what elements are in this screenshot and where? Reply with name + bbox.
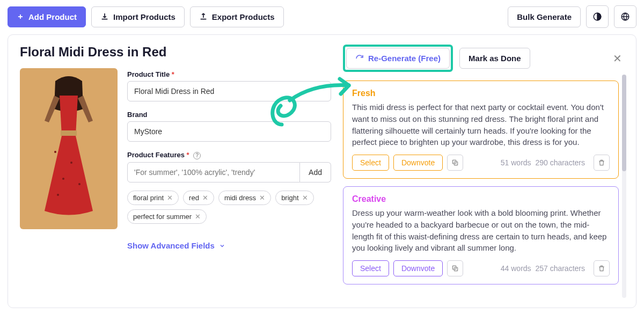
- dress-illustration-icon: [34, 71, 104, 227]
- plus-icon: [17, 13, 24, 20]
- bulk-label: Bulk Generate: [517, 12, 572, 21]
- suggestion-card: Fresh This midi dress is perfect for tha…: [343, 81, 619, 179]
- add-product-button[interactable]: Add Product: [8, 6, 86, 27]
- regenerate-highlight: Re-Generate (Free): [343, 45, 453, 72]
- downvote-button[interactable]: Downvote: [393, 155, 443, 171]
- tag-remove-icon[interactable]: ✕: [202, 194, 208, 202]
- import-products-button[interactable]: Import Products: [91, 6, 185, 27]
- contrast-icon: [592, 12, 602, 21]
- help-icon[interactable]: ?: [193, 152, 201, 159]
- word-count: 51 words 290 characters: [501, 158, 585, 167]
- chevron-down-icon: [219, 243, 225, 249]
- scrollbar[interactable]: [622, 75, 626, 298]
- features-input[interactable]: [127, 162, 300, 182]
- show-advanced-link[interactable]: Show Advanced Fields: [127, 241, 331, 250]
- copy-icon: [451, 159, 459, 166]
- features-label: Product Features * ?: [127, 151, 331, 159]
- feature-tag[interactable]: bright✕: [275, 191, 314, 205]
- refresh-icon: [355, 54, 364, 63]
- card-title: Creative: [352, 194, 610, 204]
- card-text: This midi dress is perfect for that next…: [352, 101, 610, 148]
- card-text: Dress up your warm-weather look with a b…: [352, 207, 610, 254]
- select-button[interactable]: Select: [352, 260, 389, 276]
- trash-icon: [598, 159, 605, 166]
- svg-point-7: [78, 183, 80, 185]
- svg-point-4: [54, 151, 56, 153]
- product-title-input[interactable]: [127, 81, 331, 101]
- copy-button[interactable]: [447, 260, 463, 276]
- suggestion-card: Creative Dress up your warm-weather look…: [343, 186, 619, 284]
- export-label: Export Products: [212, 12, 275, 21]
- copy-button[interactable]: [447, 155, 463, 171]
- export-products-button[interactable]: Export Products: [190, 6, 284, 27]
- brand-input[interactable]: [127, 121, 331, 142]
- delete-button[interactable]: [594, 155, 610, 171]
- copy-icon: [451, 265, 459, 272]
- card-title: Fresh: [352, 89, 610, 98]
- word-count: 44 words 257 characters: [501, 264, 585, 273]
- product-panel: Floral Midi Dress in Red Product Title *…: [8, 34, 636, 308]
- upload-icon: [199, 12, 208, 21]
- download-icon: [100, 12, 109, 21]
- feature-tag[interactable]: red✕: [183, 191, 214, 205]
- svg-point-8: [57, 194, 59, 196]
- close-button[interactable]: ✕: [611, 50, 624, 67]
- select-button[interactable]: Select: [352, 155, 389, 171]
- add-feature-button[interactable]: Add: [300, 162, 331, 182]
- mark-done-button[interactable]: Mark as Done: [459, 48, 530, 69]
- tag-remove-icon[interactable]: ✕: [167, 194, 173, 202]
- svg-point-6: [62, 178, 64, 180]
- brand-label: Brand: [127, 111, 331, 119]
- language-button[interactable]: [614, 5, 636, 28]
- tag-remove-icon[interactable]: ✕: [259, 194, 265, 202]
- bulk-generate-button[interactable]: Bulk Generate: [508, 6, 581, 27]
- feature-tag[interactable]: midi dress✕: [218, 191, 271, 205]
- downvote-button[interactable]: Downvote: [393, 260, 443, 276]
- product-image: [20, 68, 118, 229]
- globe-icon: [620, 12, 630, 21]
- theme-toggle-button[interactable]: [586, 5, 609, 28]
- feature-tag[interactable]: perfect for summer✕: [127, 209, 207, 224]
- feature-tag[interactable]: floral print✕: [127, 191, 179, 205]
- tag-remove-icon[interactable]: ✕: [302, 194, 308, 202]
- product-title-label: Product Title *: [127, 70, 331, 78]
- import-label: Import Products: [113, 12, 175, 21]
- regenerate-button[interactable]: Re-Generate (Free): [346, 48, 450, 69]
- add-product-label: Add Product: [28, 12, 77, 21]
- svg-rect-3: [61, 130, 77, 136]
- trash-icon: [598, 265, 605, 272]
- page-title: Floral Midi Dress in Red: [20, 45, 331, 60]
- delete-button[interactable]: [594, 260, 610, 276]
- svg-point-5: [70, 162, 72, 164]
- tag-remove-icon[interactable]: ✕: [195, 213, 201, 221]
